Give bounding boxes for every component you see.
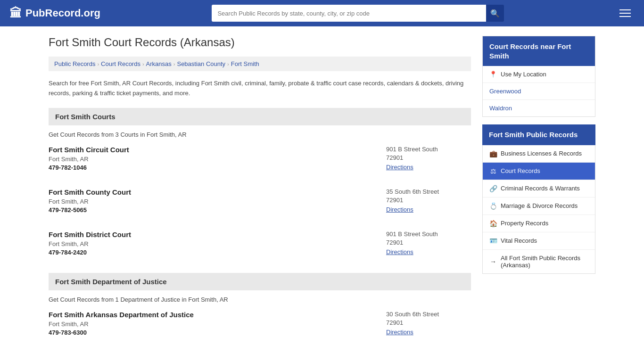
public-records-items: 💼 Business Licenses & Records ⚖ Court Re… — [482, 145, 595, 274]
sidebar-item-marriage-label: Marriage & Divorce Records — [501, 202, 578, 209]
court-entry-county: Fort Smith County Court Fort Smith, AR 4… — [49, 188, 471, 217]
logo-icon: 🏛 — [9, 6, 22, 21]
court-addr-district: 901 B Street South — [386, 230, 471, 238]
content-area: Fort Smith Court Records (Arkansas) Publ… — [49, 36, 471, 353]
court-entry-circuit: Fort Smith Circuit Court Fort Smith, AR … — [49, 146, 471, 175]
court-name-circuit: Fort Smith Circuit Court — [49, 146, 129, 154]
breadcrumb-sep-2: › — [142, 61, 144, 67]
breadcrumb-sep-1: › — [97, 61, 99, 67]
public-records-header: Fort Smith Public Records — [482, 124, 595, 145]
court-city-circuit: Fort Smith, AR — [49, 156, 129, 163]
breadcrumb: Public Records › Court Records › Arkansa… — [49, 57, 471, 71]
court-addr-circuit: 901 B Street South — [386, 146, 471, 153]
doj-section-desc: Get Court Records from 1 Department of J… — [49, 296, 471, 303]
sidebar-item-property-label: Property Records — [501, 220, 548, 227]
court-phone-county: 479-782-5065 — [49, 206, 131, 214]
court-address-circuit: 901 B Street South 72901 Directions — [386, 146, 471, 171]
public-records-box: Fort Smith Public Records 💼 Business Lic… — [482, 124, 595, 274]
nearby-box: Court Records near Fort Smith 📍 Use My L… — [482, 36, 595, 117]
sidebar-item-court-records[interactable]: ⚖ Court Records — [483, 163, 595, 180]
court-address-doj: 30 South 6th Street 72901 Directions — [386, 311, 471, 336]
breadcrumb-public-records[interactable]: Public Records — [54, 60, 95, 67]
menu-button[interactable] — [616, 8, 635, 19]
court-info-circuit: Fort Smith Circuit Court Fort Smith, AR … — [49, 146, 129, 171]
sidebar-item-court-label: Court Records — [501, 167, 540, 174]
header: 🏛 PubRecord.org 🔍 — [0, 0, 644, 26]
court-zip-district: 72901 — [386, 239, 471, 246]
court-zip-circuit: 72901 — [386, 154, 471, 161]
use-my-location-label: Use My Location — [501, 71, 546, 78]
court-name-county: Fort Smith County Court — [49, 188, 131, 196]
nearby-waldron[interactable]: Waldron — [483, 100, 595, 116]
nearby-waldron-link[interactable]: Waldron — [489, 105, 512, 112]
sidebar-item-all-label: All Fort Smith Public Records (Arkansas) — [501, 255, 588, 269]
court-address-county: 35 South 6th Street 72901 Directions — [386, 188, 471, 214]
sidebar-item-criminal[interactable]: 🔗 Criminal Records & Warrants — [483, 180, 595, 197]
nearby-greenwood-link[interactable]: Greenwood — [489, 88, 521, 95]
court-phone-circuit: 479-782-1046 — [49, 164, 129, 171]
breadcrumb-fort-smith[interactable]: Fort Smith — [231, 60, 259, 67]
page-description: Search for free Fort Smith, AR Court Rec… — [49, 79, 471, 99]
breadcrumb-sep-4: › — [227, 61, 229, 67]
search-input[interactable] — [212, 5, 486, 22]
directions-link-circuit[interactable]: Directions — [386, 164, 413, 171]
main-container: Fort Smith Court Records (Arkansas) Publ… — [39, 26, 605, 362]
breadcrumb-sebastian-county[interactable]: Sebastian County — [177, 60, 225, 67]
nearby-greenwood[interactable]: Greenwood — [483, 83, 595, 100]
sidebar-item-property[interactable]: 🏠 Property Records — [483, 215, 595, 232]
court-entry-district: Fort Smith District Court Fort Smith, AR… — [49, 230, 471, 260]
court-zip-doj: 72901 — [386, 319, 471, 326]
court-phone-district: 479-784-2420 — [49, 249, 131, 256]
doj-section-header: Fort Smith Department of Justice — [49, 273, 471, 290]
directions-link-county[interactable]: Directions — [386, 206, 413, 213]
search-button[interactable]: 🔍 — [486, 5, 504, 22]
court-entry-doj: Fort Smith Arkansas Department of Justic… — [49, 311, 471, 340]
court-city-county: Fort Smith, AR — [49, 198, 131, 205]
nearby-header: Court Records near Fort Smith — [483, 36, 595, 66]
sidebar-item-vital[interactable]: 🪪 Vital Records — [483, 232, 595, 250]
logo-text: PubRecord.org — [25, 7, 100, 19]
vital-icon: 🪪 — [489, 237, 497, 245]
sidebar-item-criminal-label: Criminal Records & Warrants — [501, 185, 580, 192]
search-container: 🔍 — [212, 5, 504, 22]
court-info-district: Fort Smith District Court Fort Smith, AR… — [49, 230, 131, 256]
logo[interactable]: 🏛 PubRecord.org — [9, 6, 100, 21]
court-name-doj: Fort Smith Arkansas Department of Justic… — [49, 311, 194, 319]
court-icon: ⚖ — [489, 167, 497, 175]
breadcrumb-court-records[interactable]: Court Records — [101, 60, 140, 67]
sidebar-item-vital-label: Vital Records — [501, 237, 537, 244]
breadcrumb-sep-3: › — [173, 61, 175, 67]
criminal-icon: 🔗 — [489, 185, 497, 192]
property-icon: 🏠 — [489, 220, 497, 227]
sidebar-item-all-records[interactable]: → All Fort Smith Public Records (Arkansa… — [483, 250, 595, 273]
courts-section-desc: Get Court Records from 3 Courts in Fort … — [49, 131, 471, 138]
court-address-district: 901 B Street South 72901 Directions — [386, 230, 471, 256]
nearby-use-location[interactable]: 📍 Use My Location — [483, 66, 595, 83]
court-info-county: Fort Smith County Court Fort Smith, AR 4… — [49, 188, 131, 214]
court-city-district: Fort Smith, AR — [49, 240, 131, 247]
sidebar: Court Records near Fort Smith 📍 Use My L… — [482, 36, 595, 353]
page-title: Fort Smith Court Records (Arkansas) — [49, 36, 471, 49]
all-records-icon: → — [489, 258, 497, 265]
sidebar-item-marriage[interactable]: 💍 Marriage & Divorce Records — [483, 197, 595, 215]
courts-section-header: Fort Smith Courts — [49, 108, 471, 125]
directions-link-doj[interactable]: Directions — [386, 329, 413, 336]
court-city-doj: Fort Smith, AR — [49, 321, 194, 328]
directions-link-district[interactable]: Directions — [386, 248, 413, 255]
court-addr-county: 35 South 6th Street — [386, 188, 471, 195]
location-icon: 📍 — [489, 71, 497, 78]
marriage-icon: 💍 — [489, 202, 497, 210]
sidebar-item-business[interactable]: 💼 Business Licenses & Records — [483, 145, 595, 163]
court-zip-county: 72901 — [386, 197, 471, 204]
hamburger-icon — [619, 9, 631, 17]
business-icon: 💼 — [489, 150, 497, 157]
court-phone-doj: 479-783-6300 — [49, 329, 194, 336]
court-addr-doj: 30 South 6th Street — [386, 311, 471, 318]
sidebar-item-business-label: Business Licenses & Records — [501, 150, 582, 157]
search-icon: 🔍 — [490, 9, 500, 18]
breadcrumb-arkansas[interactable]: Arkansas — [146, 60, 172, 67]
court-name-district: Fort Smith District Court — [49, 230, 131, 239]
court-info-doj: Fort Smith Arkansas Department of Justic… — [49, 311, 194, 336]
